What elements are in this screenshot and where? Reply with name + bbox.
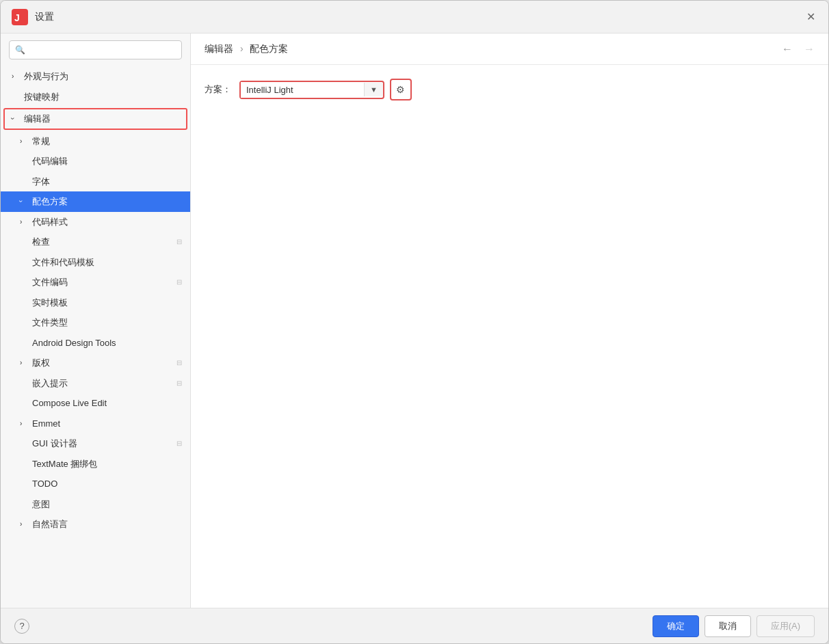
- breadcrumb-current: 配色方案: [250, 43, 288, 54]
- sidebar-item-font[interactable]: 字体: [1, 172, 190, 192]
- sidebar-item-android-design-tools[interactable]: Android Design Tools: [1, 333, 190, 353]
- sidebar-item-intentions[interactable]: 意图: [1, 494, 190, 515]
- sidebar-item-todo[interactable]: TODO: [1, 474, 190, 494]
- titlebar: J 设置 ✕: [1, 1, 828, 33]
- settings-icon: ⊟: [176, 438, 182, 448]
- back-button[interactable]: ←: [782, 43, 793, 55]
- sidebar-item-label: Android Design Tools: [32, 336, 116, 350]
- chevron-icon: [12, 113, 20, 124]
- cancel-button[interactable]: 取消: [705, 615, 751, 637]
- sidebar-item-label: 嵌入提示: [32, 377, 68, 390]
- sidebar-item-code-style[interactable]: 代码样式: [1, 212, 190, 232]
- sidebar-item-file-types[interactable]: 文件类型: [1, 312, 190, 333]
- breadcrumb-bar: 编辑器 › 配色方案 ← →: [191, 33, 828, 65]
- scheme-select[interactable]: IntelliJ Light Darcula High contrast: [241, 82, 364, 98]
- sidebar-item-inlay-hints[interactable]: 嵌入提示 ⊟: [1, 373, 190, 394]
- sidebar-item-label: 自然语言: [32, 518, 68, 531]
- sidebar-item-label: 编辑器: [24, 112, 51, 126]
- sidebar: 🔍 外观与行为 按键映射 编辑器: [1, 33, 191, 608]
- sidebar-item-editor[interactable]: 编辑器: [3, 108, 187, 130]
- svg-text:J: J: [14, 12, 20, 23]
- sidebar-item-label: 文件编码: [32, 276, 68, 289]
- sidebar-item-label: 按键映射: [24, 90, 60, 104]
- search-box[interactable]: 🔍: [9, 40, 182, 59]
- sidebar-item-keymap[interactable]: 按键映射: [1, 87, 190, 107]
- sidebar-item-label: GUI 设计器: [32, 437, 77, 451]
- sidebar-item-label: Emmet: [32, 417, 60, 431]
- settings-icon: ⊟: [176, 358, 182, 368]
- main-panel: 编辑器 › 配色方案 ← → 方案： IntelliJ Light Darcul…: [191, 33, 828, 608]
- sidebar-item-label: 文件类型: [32, 316, 68, 330]
- chevron-icon: [20, 196, 28, 206]
- sidebar-item-label: 常规: [32, 135, 50, 148]
- sidebar-item-label: 意图: [32, 498, 50, 511]
- chevron-icon: [20, 519, 28, 529]
- chevron-icon: [20, 217, 28, 227]
- window-title: 设置: [35, 11, 804, 23]
- close-button[interactable]: ✕: [804, 10, 817, 24]
- sidebar-item-label: 外观与行为: [24, 70, 68, 83]
- chevron-icon: [20, 418, 28, 429]
- chevron-icon: [20, 358, 28, 368]
- sidebar-item-appearance[interactable]: 外观与行为: [1, 66, 190, 87]
- bottom-left: ?: [14, 619, 29, 634]
- app-logo: J: [12, 9, 28, 25]
- sidebar-item-label: 代码编辑: [32, 155, 68, 168]
- forward-button: →: [804, 43, 815, 55]
- settings-icon: ⊟: [176, 378, 182, 388]
- content-area: 🔍 外观与行为 按键映射 编辑器: [1, 33, 828, 608]
- dropdown-arrow-icon[interactable]: ▼: [364, 83, 383, 96]
- ok-button[interactable]: 确定: [653, 615, 699, 637]
- apply-button[interactable]: 应用(A): [756, 615, 815, 637]
- sidebar-item-label: 代码样式: [32, 215, 68, 229]
- sidebar-item-label: 检查: [32, 235, 50, 249]
- sidebar-item-label: 文件和代码模板: [32, 256, 94, 269]
- sidebar-item-inspections[interactable]: 检查 ⊟: [1, 232, 190, 252]
- scheme-label: 方案：: [205, 83, 231, 96]
- sidebar-item-general[interactable]: 常规: [1, 131, 190, 152]
- sidebar-item-compose-live-edit[interactable]: Compose Live Edit: [1, 393, 190, 414]
- sidebar-item-copyright[interactable]: 版权 ⊟: [1, 353, 190, 373]
- panel-content: 方案： IntelliJ Light Darcula High contrast…: [191, 65, 828, 608]
- sidebar-item-color-scheme[interactable]: 配色方案: [1, 191, 190, 212]
- sidebar-item-code-editing[interactable]: 代码编辑: [1, 151, 190, 172]
- search-input[interactable]: [29, 45, 176, 55]
- sidebar-item-label: TextMate 捆绑包: [32, 457, 97, 471]
- scheme-gear-button[interactable]: ⚙: [390, 79, 412, 100]
- settings-window: J 设置 ✕ 🔍 外观与行为 按键映射: [0, 0, 829, 644]
- sidebar-item-label: Compose Live Edit: [32, 397, 107, 410]
- breadcrumb-parent[interactable]: 编辑器: [205, 43, 233, 54]
- breadcrumb: 编辑器 › 配色方案: [205, 43, 782, 55]
- sidebar-item-file-encoding[interactable]: 文件编码 ⊟: [1, 272, 190, 293]
- sidebar-item-textmate-bundles[interactable]: TextMate 捆绑包: [1, 454, 190, 474]
- sidebar-item-label: 字体: [32, 175, 50, 189]
- sidebar-item-label: TODO: [32, 477, 57, 491]
- chevron-icon: [12, 71, 20, 81]
- gear-icon: ⚙: [396, 84, 405, 95]
- chevron-icon: [20, 136, 28, 146]
- bottom-bar: ? 确定 取消 应用(A): [1, 608, 828, 643]
- sidebar-item-label: 实时模板: [32, 296, 68, 310]
- sidebar-item-emmet[interactable]: Emmet: [1, 414, 190, 434]
- sidebar-item-file-code-templates[interactable]: 文件和代码模板: [1, 252, 190, 273]
- sidebar-item-label: 版权: [32, 356, 50, 370]
- sidebar-item-label: 配色方案: [32, 195, 68, 209]
- help-button[interactable]: ?: [14, 619, 29, 634]
- sidebar-item-gui-designer[interactable]: GUI 设计器 ⊟: [1, 433, 190, 454]
- scheme-select-wrapper: IntelliJ Light Darcula High contrast ▼: [239, 81, 384, 99]
- breadcrumb-separator: ›: [240, 43, 244, 54]
- scheme-row: 方案： IntelliJ Light Darcula High contrast…: [205, 79, 815, 100]
- sidebar-item-live-templates[interactable]: 实时模板: [1, 293, 190, 313]
- search-icon: 🔍: [15, 45, 25, 55]
- sidebar-list: 外观与行为 按键映射 编辑器 常规: [1, 66, 190, 608]
- settings-icon: ⊟: [176, 277, 182, 287]
- settings-icon: ⊟: [176, 237, 182, 247]
- sidebar-item-natural-language[interactable]: 自然语言: [1, 514, 190, 535]
